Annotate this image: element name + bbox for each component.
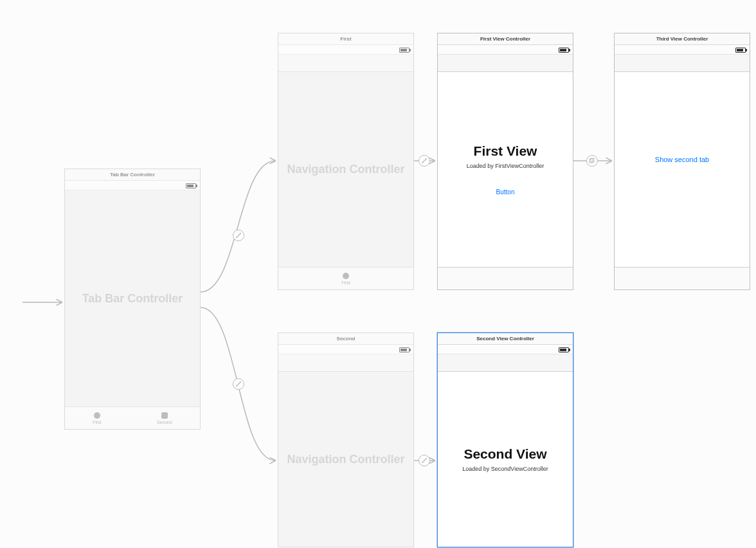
navigation-bar <box>438 55 573 72</box>
view-subtitle-label: Loaded by SecondViewController <box>462 466 548 472</box>
view-subtitle-label: Loaded by FirstViewController <box>467 163 544 169</box>
battery-icon <box>186 183 196 188</box>
scene-title: Tab Bar Controller <box>65 169 200 181</box>
segue-badge-relationship-icon[interactable] <box>419 455 430 466</box>
scene-body: First View Loaded by FirstViewController… <box>438 72 573 267</box>
scene-third-view-controller[interactable]: Third View Controller Show second tab <box>614 33 750 290</box>
svg-point-12 <box>426 158 427 160</box>
show-second-tab-button[interactable]: Show second tab <box>655 156 709 163</box>
scene-body: Second View Loaded by SecondViewControll… <box>438 372 573 547</box>
tab-item-label: Second <box>157 420 172 425</box>
svg-line-4 <box>237 233 240 237</box>
navigation-bar <box>278 55 413 72</box>
scene-navigation-controller-first[interactable]: First Navigation Controller First <box>278 33 414 290</box>
tab-item-second[interactable]: Second <box>157 412 172 425</box>
tab-item-first[interactable]: First <box>93 412 102 425</box>
scene-title: Second <box>278 333 413 345</box>
battery-icon <box>559 48 569 53</box>
scene-title: First <box>278 33 413 45</box>
svg-point-8 <box>236 385 237 387</box>
tab-item-label: First <box>93 420 102 425</box>
status-bar <box>615 45 750 55</box>
scene-body: Tab Bar Controller <box>65 190 200 406</box>
placeholder-title: Tab Bar Controller <box>82 292 183 306</box>
svg-line-10 <box>422 159 426 163</box>
navigation-bar <box>615 55 750 72</box>
scene-title: First View Controller <box>438 33 573 45</box>
button[interactable]: Button <box>496 188 515 196</box>
view-title-label: Second View <box>464 446 546 462</box>
segue-badge-relationship-icon[interactable] <box>233 230 244 241</box>
svg-point-14 <box>422 462 423 463</box>
svg-line-7 <box>237 382 240 386</box>
navigation-bar <box>438 354 573 372</box>
battery-icon <box>559 347 569 352</box>
battery-icon <box>399 347 410 352</box>
status-bar <box>438 45 573 55</box>
tab-bar-placeholder <box>438 267 573 289</box>
svg-point-15 <box>426 458 427 459</box>
status-bar <box>278 345 413 354</box>
scene-title: Third View Controller <box>615 33 750 45</box>
svg-point-9 <box>240 381 241 383</box>
storyboard-canvas[interactable]: Tab Bar Controller Tab Bar Controller Fi… <box>0 0 756 548</box>
placeholder-title: Navigation Controller <box>287 453 404 466</box>
battery-icon <box>399 48 410 53</box>
status-bar <box>438 345 573 354</box>
svg-point-5 <box>236 237 237 238</box>
battery-icon <box>735 48 746 53</box>
scene-body: Navigation Controller <box>278 72 413 267</box>
svg-point-11 <box>422 162 423 163</box>
tab-bar: First Second <box>65 406 200 429</box>
scene-first-view-controller[interactable]: First View Controller First View Loaded … <box>437 33 573 290</box>
scene-body: Show second tab <box>615 72 750 267</box>
navigation-bar <box>278 354 413 372</box>
scene-title: Second View Controller <box>438 333 573 345</box>
tab-item-first[interactable]: First <box>341 273 350 285</box>
tab-item-label: First <box>341 280 350 285</box>
circle-icon <box>94 412 100 419</box>
circle-icon <box>343 273 349 279</box>
svg-line-13 <box>422 459 426 462</box>
segue-badge-show-icon[interactable] <box>586 155 598 167</box>
status-bar <box>278 45 413 55</box>
square-icon <box>161 412 168 419</box>
svg-point-6 <box>240 233 241 234</box>
tab-bar: First <box>278 267 413 289</box>
scene-body: Navigation Controller <box>278 372 413 547</box>
scene-tab-bar-controller[interactable]: Tab Bar Controller Tab Bar Controller Fi… <box>64 169 201 430</box>
scene-second-view-controller[interactable]: Second View Controller Second View Loade… <box>437 333 573 547</box>
segue-badge-relationship-icon[interactable] <box>233 378 244 390</box>
status-bar <box>65 181 200 190</box>
scene-navigation-controller-second[interactable]: Second Navigation Controller <box>278 333 414 547</box>
segue-badge-relationship-icon[interactable] <box>419 155 430 167</box>
placeholder-title: Navigation Controller <box>287 163 404 176</box>
view-title-label: First View <box>474 143 537 159</box>
tab-bar-placeholder <box>615 267 750 289</box>
